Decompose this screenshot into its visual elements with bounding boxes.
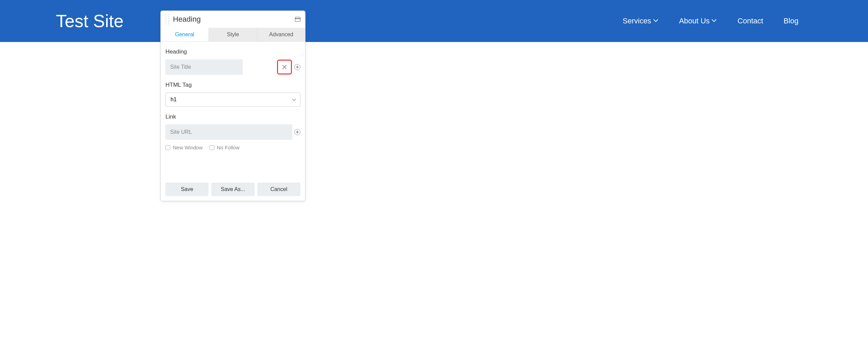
- save-as-button[interactable]: Save As...: [211, 183, 254, 196]
- new-window-checkbox[interactable]: [165, 145, 170, 150]
- no-follow-label: No Follow: [217, 145, 240, 150]
- add-dynamic-link-icon[interactable]: [294, 129, 300, 135]
- panel-body: Heading HTML Tag h1 Link New Window: [161, 42, 305, 179]
- nav-menu: Services About Us Contact Blog: [623, 17, 798, 25]
- link-options-row: New Window No Follow: [165, 145, 300, 150]
- panel-footer: Save Save As... Cancel: [161, 179, 305, 201]
- panel-tabs: General Style Advanced: [161, 28, 305, 42]
- nav-item-about-us[interactable]: About Us: [679, 17, 717, 25]
- preset-icon[interactable]: [295, 17, 300, 22]
- tab-style[interactable]: Style: [209, 28, 257, 41]
- chevron-down-icon: [654, 19, 659, 23]
- nav-item-blog[interactable]: Blog: [784, 17, 798, 25]
- chevron-down-icon: [712, 19, 717, 23]
- nav-label: Contact: [737, 17, 763, 25]
- new-window-label: New Window: [173, 145, 203, 150]
- nav-label: Blog: [784, 17, 798, 25]
- nav-item-contact[interactable]: Contact: [737, 17, 763, 25]
- heading-settings-panel: Heading General Style Advanced Heading H…: [160, 10, 305, 201]
- nav-item-services[interactable]: Services: [623, 17, 658, 25]
- chevron-down-icon: [293, 99, 295, 100]
- heading-input[interactable]: [165, 59, 243, 75]
- site-title: Test Site: [56, 11, 623, 31]
- close-icon: [282, 65, 287, 69]
- clear-heading-button[interactable]: [278, 61, 291, 73]
- no-follow-checkbox[interactable]: [210, 145, 214, 150]
- html-tag-select[interactable]: h1: [165, 92, 300, 107]
- page-header: Test Site Services About Us Contact Blog: [0, 0, 868, 42]
- tab-general[interactable]: General: [161, 28, 209, 41]
- html-tag-field-label: HTML Tag: [165, 82, 300, 88]
- link-field-label: Link: [165, 113, 300, 120]
- heading-input-wrap: [165, 59, 292, 75]
- save-button[interactable]: Save: [165, 183, 209, 196]
- tab-advanced[interactable]: Advanced: [257, 28, 305, 41]
- cancel-button[interactable]: Cancel: [257, 183, 300, 196]
- add-dynamic-heading-icon[interactable]: [294, 64, 300, 70]
- heading-input-row: [165, 59, 300, 75]
- html-tag-value: h1: [171, 97, 177, 103]
- no-follow-option[interactable]: No Follow: [210, 145, 240, 150]
- panel-title: Heading: [173, 15, 291, 24]
- nav-label: Services: [623, 17, 651, 25]
- link-input-row: [165, 124, 300, 140]
- heading-field-label: Heading: [165, 48, 300, 55]
- drag-handle-icon[interactable]: [165, 14, 169, 25]
- nav-label: About Us: [679, 17, 710, 25]
- new-window-option[interactable]: New Window: [165, 145, 203, 150]
- panel-header: Heading: [161, 11, 305, 28]
- link-input[interactable]: [165, 124, 292, 140]
